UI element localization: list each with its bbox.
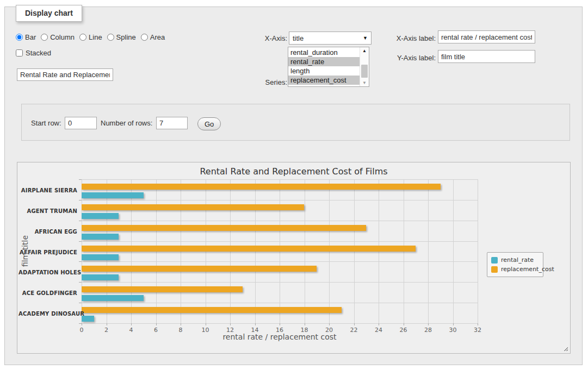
category-label: AIRPLANE SIERRA <box>18 187 77 193</box>
y-axis-label-caption: Y-Axis label: <box>370 54 436 62</box>
gridline-horizontal <box>82 200 478 200</box>
listbox-scrollbar[interactable]: ▲ ▼ <box>360 47 369 86</box>
x-axis-tick <box>82 323 82 325</box>
x-axis-select[interactable]: title ▼ <box>289 32 372 45</box>
x-axis-label-input[interactable] <box>438 30 535 43</box>
bar-rental_rate[interactable] <box>82 295 144 301</box>
gridline-horizontal <box>82 241 478 242</box>
chart-title-input[interactable] <box>17 68 113 81</box>
bar-rental_rate[interactable] <box>82 234 119 240</box>
bar-rental_rate[interactable] <box>82 213 119 219</box>
y-axis-tick <box>79 179 82 180</box>
gridline-horizontal <box>82 179 478 180</box>
chart-type-label: Column <box>50 33 75 41</box>
x-axis-selected-value: title <box>293 34 363 42</box>
chart-type-radio-area[interactable] <box>141 34 148 41</box>
num-rows-label: Number of rows: <box>101 119 152 127</box>
category-label: AGENT TRUMAN <box>18 208 77 214</box>
x-axis-tick <box>428 323 429 325</box>
chart-type-radio-group: BarColumnLineSplineArea <box>16 33 170 41</box>
row-range-panel: Start row: Number of rows: Go <box>21 104 570 141</box>
x-axis-tick <box>181 323 181 325</box>
bar-rental_rate[interactable] <box>82 254 119 260</box>
gridline-vertical <box>453 179 454 323</box>
x-axis-tick <box>478 323 478 325</box>
x-axis-tick <box>453 323 454 325</box>
legend-swatch <box>491 257 498 264</box>
x-axis-tick <box>255 323 256 325</box>
gridline-vertical <box>478 179 478 323</box>
plot-area <box>82 179 478 323</box>
chart-type-radio-bar[interactable] <box>16 34 23 41</box>
gridline-horizontal <box>82 282 478 283</box>
y-axis-tick <box>79 323 82 324</box>
scroll-up-icon[interactable]: ▲ <box>360 48 369 53</box>
category-label: ADAPTATION HOLES <box>18 269 77 275</box>
y-axis-title: film title <box>21 235 29 267</box>
x-axis-tick <box>305 323 305 325</box>
gridline-horizontal <box>82 221 478 221</box>
go-button[interactable]: Go <box>197 117 221 130</box>
y-axis-tick <box>79 221 82 221</box>
legend-item-replacement_cost[interactable]: replacement_cost <box>491 265 539 274</box>
scroll-down-icon[interactable]: ▼ <box>360 80 369 85</box>
bar-rental_rate[interactable] <box>82 274 119 280</box>
y-axis-tick <box>79 282 82 283</box>
bar-replacement_cost[interactable] <box>82 204 304 210</box>
bar-replacement_cost[interactable] <box>82 246 416 252</box>
chart-type-radio-line[interactable] <box>79 34 86 41</box>
y-axis-tick <box>79 200 82 200</box>
chart-type-option-column: Column <box>41 33 75 41</box>
chart-type-radio-column[interactable] <box>41 34 48 41</box>
x-axis-tick <box>329 323 330 325</box>
legend-item-rental_rate[interactable]: rental_rate <box>491 255 539 265</box>
legend-label: rental_rate <box>501 256 534 264</box>
series-option-replacement_cost[interactable]: replacement_cost <box>288 76 360 85</box>
chart-legend: rental_ratereplacement_cost <box>487 252 543 277</box>
start-row-input[interactable] <box>65 117 97 129</box>
gridline-horizontal <box>82 303 478 303</box>
bar-replacement_cost[interactable] <box>82 286 243 292</box>
chart-type-label: Line <box>89 33 102 41</box>
num-rows-input[interactable] <box>156 117 188 129</box>
chart-title: Rental Rate and Replacement Cost of Film… <box>17 166 570 177</box>
x-axis-tick <box>379 323 379 325</box>
chart-type-radio-spline[interactable] <box>107 34 114 41</box>
x-axis-title: rental rate / replacement cost <box>82 333 478 341</box>
chart-type-option-line: Line <box>79 33 102 41</box>
bar-replacement_cost[interactable] <box>82 307 342 313</box>
series-option-rental_duration[interactable]: rental_duration <box>288 48 360 57</box>
x-axis-tick <box>404 323 404 325</box>
stacked-label: Stacked <box>26 49 51 57</box>
start-row-label: Start row: <box>31 119 61 127</box>
x-axis-tick <box>107 323 107 325</box>
panel-tab: Display chart <box>16 5 82 22</box>
resize-grip-icon[interactable] <box>562 346 568 351</box>
chart-type-label: Area <box>150 33 165 41</box>
bar-replacement_cost[interactable] <box>82 266 317 272</box>
chart-type-option-spline: Spline <box>107 33 136 41</box>
stacked-checkbox[interactable] <box>16 49 23 57</box>
y-axis-label-input[interactable] <box>438 50 535 63</box>
chart-type-label: Spline <box>116 33 136 41</box>
y-axis-tick <box>79 303 82 303</box>
legend-label: replacement_cost <box>501 266 554 273</box>
panel-tab-label: Display chart <box>25 9 73 17</box>
display-chart-panel: Display chart BarColumnLineSplineArea St… <box>4 7 583 365</box>
y-axis-tick <box>79 261 82 262</box>
bar-replacement_cost[interactable] <box>82 184 441 190</box>
series-option-rental_rate[interactable]: rental_rate <box>288 57 360 66</box>
x-axis-tick <box>280 323 280 325</box>
bar-rental_rate[interactable] <box>82 192 144 198</box>
series-listbox[interactable]: rental_durationrental_ratelengthreplacem… <box>288 47 369 87</box>
chevron-down-icon: ▼ <box>363 35 368 41</box>
bar-replacement_cost[interactable] <box>82 225 366 231</box>
series-option-length[interactable]: length <box>288 66 360 76</box>
category-label: ACADEMY DINOSAUR <box>18 311 77 317</box>
chart-type-label: Bar <box>25 33 36 41</box>
x-axis-tick <box>206 323 206 325</box>
series-caption: Series: <box>233 78 287 86</box>
x-axis-tick <box>131 323 132 325</box>
scrollbar-thumb[interactable] <box>361 65 368 78</box>
category-label: AFRICAN EGG <box>18 229 77 235</box>
